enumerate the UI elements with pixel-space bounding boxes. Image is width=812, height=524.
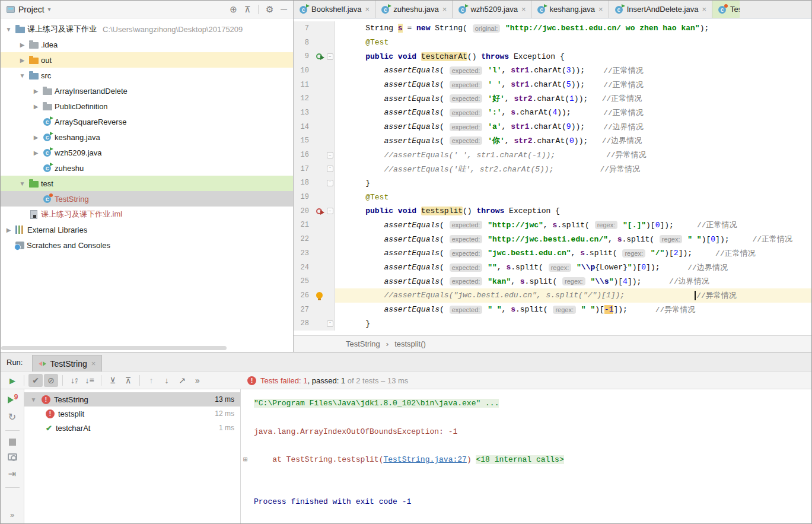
code-text[interactable]: assertEquals( expected: "http://jwc.best… [335, 232, 811, 246]
run-passed-icon[interactable] [316, 53, 322, 59]
code-line-27[interactable]: 27 assertEquals( expected: " ", s.split(… [294, 303, 811, 317]
code-text[interactable]: assertEquals( expected: ':', s.charAt(4)… [335, 106, 811, 120]
tree-item-test[interactable]: ▼test [1, 176, 293, 191]
fold-marker[interactable]: ˆ [326, 176, 335, 190]
code-text[interactable]: assertEquals( expected: "jwc.besti.edu.c… [335, 246, 811, 261]
console-line-1[interactable]: "C:\Program Files\Java\jdk1.8.0_102\bin\… [242, 396, 811, 411]
chevron-right-icon[interactable]: ▶ [31, 103, 40, 110]
tree-item-publicdefinition[interactable]: ▶PublicDefinition [1, 99, 293, 114]
rerun-tests-button[interactable]: ▶ [5, 374, 20, 387]
tree-item-keshang-java[interactable]: ▶ckeshang.java [1, 129, 293, 145]
code-text[interactable]: assertEquals( expected: '好', str2.charAt… [335, 91, 811, 106]
hidden-toolbar-chevron-icon[interactable]: » [10, 510, 14, 519]
bulb-gutter-icon[interactable] [313, 288, 326, 303]
tree-item-src[interactable]: ▼src [1, 68, 293, 83]
code-line-10[interactable]: 10 assertEquals( expected: 'l', str1.cha… [294, 63, 811, 78]
code-text[interactable]: String s = new String( original: "http:/… [335, 21, 811, 36]
fold-minus-icon[interactable]: − [327, 208, 333, 214]
breadcrumb-class[interactable]: TestString [346, 339, 380, 348]
next-failed-test-button[interactable]: ↓ [160, 374, 174, 387]
gear-icon[interactable]: ⚙ [266, 4, 273, 15]
editor-tab-teststring-java[interactable]: cTestString.java [712, 1, 740, 18]
tree-item-out[interactable]: ▶out [1, 52, 293, 68]
console-line-7[interactable] [242, 481, 811, 495]
fold-marker[interactable]: − [326, 49, 335, 63]
test-result-testcharat[interactable]: ✔testcharAt1 ms [24, 421, 240, 435]
rerun-failed-tests-button[interactable]: 9 [8, 395, 17, 404]
editor-tab-zuheshu-java[interactable]: czuheshu.java× [375, 1, 453, 18]
close-icon[interactable]: × [702, 5, 706, 14]
test-result-teststring[interactable]: ▼!TestString13 ms [24, 392, 240, 407]
run-fail-gutter-icon[interactable] [313, 204, 326, 218]
scrollbar-thumb[interactable] [1, 346, 227, 350]
tree-item-teststring[interactable]: cTestString [1, 191, 293, 207]
locate-file-icon[interactable]: ⊕ [230, 4, 237, 15]
toggle-auto-test-icon[interactable]: ↻ [8, 411, 16, 423]
code-line-8[interactable]: 8 @Test [294, 36, 811, 50]
code-line-9[interactable]: 9− public void testcharAt() throws Excep… [294, 49, 811, 63]
code-line-13[interactable]: 13 assertEquals( expected: ':', s.charAt… [294, 106, 811, 120]
code-line-11[interactable]: 11 assertEquals( expected: ' ', str1.cha… [294, 78, 811, 92]
code-text[interactable]: public void testcharAt() throws Exceptio… [335, 49, 811, 63]
console-line-4[interactable] [242, 439, 811, 453]
run-tab-teststring[interactable]: TestString × [32, 355, 102, 371]
chevron-down-icon[interactable]: ▼ [18, 72, 27, 79]
code-text[interactable]: //assertEquals(' ', str1.charAt(-1)); //… [335, 148, 811, 162]
code-text[interactable]: @Test [335, 36, 811, 50]
code-line-26[interactable]: 26 //assertEquals("jwc.besti.edu.cn", s.… [294, 288, 811, 303]
console-output[interactable]: "C:\Program Files\Java\jdk1.8.0_102\bin\… [241, 389, 811, 524]
intention-bulb-icon[interactable] [316, 292, 323, 298]
editor-tab-keshang-java[interactable]: ckeshang.java× [531, 1, 609, 18]
chevron-down-icon[interactable]: ▼ [4, 26, 13, 33]
run-failed-icon[interactable] [316, 208, 322, 214]
console-line-8[interactable]: Process finished with exit code -1 [242, 495, 811, 509]
code-line-16[interactable]: 16− //assertEquals(' ', str1.charAt(-1))… [294, 148, 811, 162]
code-text[interactable]: //assertEquals("jwc.besti.edu.cn", s.spl… [335, 288, 811, 303]
editor-tab-wzh5209-java[interactable]: cwzh5209.java× [453, 1, 531, 18]
close-icon[interactable]: × [91, 359, 96, 368]
code-line-14[interactable]: 14 assertEquals( expected: 'a', str1.cha… [294, 120, 811, 134]
code-line-28[interactable]: 28ˆ } [294, 316, 811, 331]
code-text[interactable]: assertEquals( expected: "kan", s.split( … [335, 274, 811, 288]
editor-tab-bookshelf-java[interactable]: cBookshelf.java× [294, 1, 375, 18]
fold-marker[interactable]: − [326, 148, 335, 162]
collapse-all-icon[interactable]: ⊼ [244, 4, 251, 15]
collapse-all-icon[interactable]: ⊼ [121, 374, 135, 387]
sort-by-duration-button[interactable]: ↓≡ [82, 374, 97, 387]
code-line-24[interactable]: 24 assertEquals( expected: "", s.split( … [294, 261, 811, 275]
code-text[interactable]: assertEquals( expected: "http://jwc", s.… [335, 218, 811, 233]
code-text[interactable]: @Test [335, 190, 811, 204]
code-line-21[interactable]: 21 assertEquals( expected: "http://jwc",… [294, 218, 811, 233]
console-line-2[interactable] [242, 411, 811, 425]
code-line-18[interactable]: 18ˆ } [294, 176, 811, 190]
breadcrumb-method[interactable]: testsplit() [394, 339, 426, 348]
chevron-right-icon[interactable]: ▶ [31, 150, 40, 156]
code-text[interactable]: assertEquals( expected: 'l', str1.charAt… [335, 63, 811, 78]
tree-item-scratches-and-consoles[interactable]: Scratches and Consoles [1, 237, 293, 253]
code-line-23[interactable]: 23 assertEquals( expected: "jwc.besti.ed… [294, 246, 811, 261]
camera-icon[interactable] [8, 453, 17, 461]
sort-alphabetically-button[interactable]: ↓az [67, 374, 81, 387]
project-panel-title[interactable]: Project [18, 5, 44, 14]
fold-marker[interactable]: − [326, 204, 335, 218]
code-text[interactable]: } [335, 176, 811, 190]
code-line-22[interactable]: 22 assertEquals( expected: "http://jwc.b… [294, 232, 811, 246]
show-ignored-toggle[interactable]: ⊘ [44, 374, 58, 387]
fold-marker[interactable]: ˆ [326, 162, 335, 176]
tree-item-item[interactable]: ▼课上练习及课下作业C:\Users\wangzihong\Desktop\20… [1, 21, 293, 37]
code-text[interactable]: assertEquals( expected: ' ', str1.charAt… [335, 78, 811, 92]
stop-button[interactable] [9, 439, 16, 446]
fold-minus-icon[interactable]: − [327, 53, 333, 60]
chevron-right-icon[interactable]: ▶ [4, 227, 13, 233]
tree-item-external-libraries[interactable]: ▶External Libraries [1, 222, 293, 237]
tree-item-iml[interactable]: 课上练习及课下作业.iml [1, 207, 293, 222]
fold-minus-icon[interactable]: − [327, 152, 333, 158]
export-test-results-button[interactable]: ↗ [175, 374, 189, 387]
show-passed-toggle[interactable]: ✔ [28, 374, 43, 387]
tree-item-zuheshu[interactable]: czuheshu [1, 160, 293, 176]
console-line-6[interactable] [242, 466, 811, 481]
code-line-20[interactable]: 20− public void testsplit() throws Excep… [294, 204, 811, 218]
run-ok-gutter-icon[interactable] [313, 49, 326, 63]
close-icon[interactable]: × [598, 5, 603, 14]
code-line-7[interactable]: 7 String s = new String( original: "http… [294, 21, 811, 36]
